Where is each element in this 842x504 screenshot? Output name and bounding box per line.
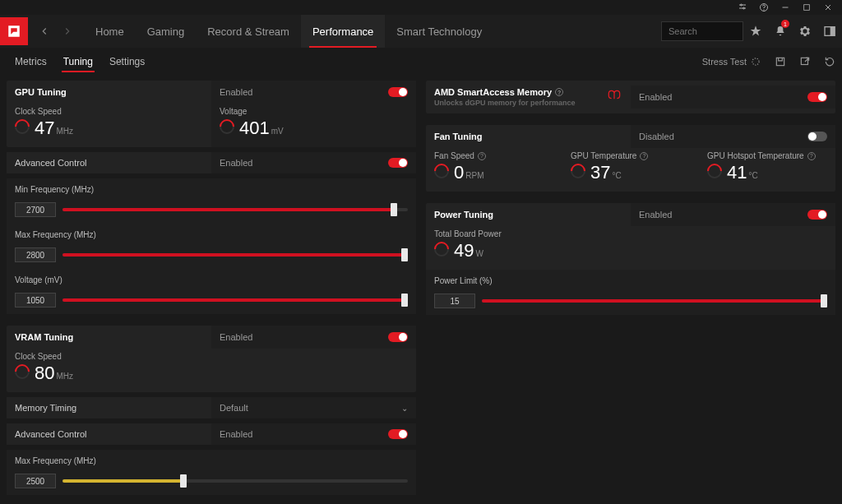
memory-timing-dropdown[interactable]: Default ⌄ <box>211 397 416 418</box>
preferences-icon[interactable] <box>737 2 748 13</box>
tbp-label: Total Board Power <box>434 229 827 238</box>
gpu-adv-control-toggle[interactable] <box>388 158 408 168</box>
tbp-unit: W <box>475 249 483 258</box>
voltage-slider[interactable] <box>62 298 408 302</box>
info-icon[interactable]: ? <box>807 152 816 160</box>
fan-speed-unit: RPM <box>465 171 483 180</box>
reset-icon[interactable] <box>824 56 835 67</box>
gauge-icon <box>431 238 451 259</box>
minimize-icon[interactable] <box>780 2 791 13</box>
fan-tuning-toggle[interactable] <box>807 132 827 141</box>
svg-rect-16 <box>801 58 807 64</box>
fan-speed-value: 0 <box>454 162 464 183</box>
vram-tuning-toggle[interactable] <box>388 332 408 342</box>
gauge-icon <box>12 116 32 136</box>
min-freq-slider[interactable] <box>62 208 408 211</box>
max-freq-label: Max Frequency (MHz) <box>15 230 408 239</box>
tab-smart-technology[interactable]: Smart Technology <box>385 15 493 48</box>
gpu-clock-unit: MHz <box>56 127 73 136</box>
gpu-adv-control-state: Enabled <box>220 158 252 168</box>
gpu-hotspot-value: 41 <box>727 162 747 183</box>
tab-record-stream[interactable]: Record & Stream <box>196 15 301 48</box>
subtab-tuning[interactable]: Tuning <box>55 48 101 76</box>
gpu-tuning-title: GPU Tuning <box>7 81 211 104</box>
vram-adv-control-label: Advanced Control <box>7 423 211 445</box>
voltage-slider-label: Voltage (mV) <box>15 275 408 284</box>
gpu-hotspot-unit: °C <box>748 171 757 180</box>
info-icon[interactable]: ? <box>640 152 648 160</box>
vram-tuning-state: Enabled <box>220 332 252 342</box>
vram-clock-label: Clock Speed <box>15 352 408 361</box>
gpu-temp-value: 37 <box>590 162 610 183</box>
export-icon[interactable] <box>799 56 811 67</box>
notifications-icon[interactable]: 1 <box>768 15 793 48</box>
nav-forward-button[interactable] <box>56 25 79 37</box>
min-freq-input[interactable] <box>15 202 56 217</box>
vram-adv-control-toggle[interactable] <box>388 429 408 439</box>
info-icon[interactable]: ? <box>478 152 486 160</box>
info-icon[interactable]: ? <box>555 88 563 96</box>
subtab-settings[interactable]: Settings <box>101 48 153 76</box>
tab-home[interactable]: Home <box>84 15 136 48</box>
power-tuning-title: Power Tuning <box>426 203 631 226</box>
brain-icon <box>606 88 622 106</box>
sam-title: AMD SmartAccess Memory <box>434 87 552 97</box>
vram-tuning-title: VRAM Tuning <box>7 326 211 349</box>
tbp-value: 49 <box>454 240 474 261</box>
power-tuning-state: Enabled <box>639 210 672 220</box>
fan-tuning-state: Disabled <box>639 132 674 141</box>
settings-icon[interactable] <box>793 15 817 48</box>
gpu-clock-value: 47 <box>35 118 54 139</box>
power-limit-slider[interactable] <box>482 299 827 303</box>
fan-speed-label: Fan Speed <box>434 151 474 160</box>
svg-rect-13 <box>830 27 835 36</box>
amd-logo <box>0 17 28 45</box>
vram-maxfreq-slider[interactable] <box>62 479 408 483</box>
svg-point-14 <box>752 58 759 65</box>
vram-adv-control-state: Enabled <box>220 429 252 439</box>
svg-rect-15 <box>776 58 784 65</box>
min-freq-label: Min Frequency (MHz) <box>15 185 408 194</box>
gauge-icon <box>216 116 237 136</box>
tab-performance[interactable]: Performance <box>301 15 385 48</box>
gpu-voltage-label: Voltage <box>220 107 408 116</box>
chevron-down-icon: ⌄ <box>401 404 408 413</box>
close-icon[interactable] <box>822 2 834 13</box>
sam-toggle[interactable] <box>807 92 827 102</box>
vram-clock-unit: MHz <box>56 372 73 381</box>
main-tabs: Home Gaming Record & Stream Performance … <box>84 15 493 48</box>
tab-gaming[interactable]: Gaming <box>136 15 197 48</box>
gpu-temp-label: GPU Temperature <box>571 151 636 160</box>
voltage-input[interactable] <box>15 293 56 307</box>
gpu-tuning-state: Enabled <box>220 87 252 97</box>
max-freq-slider[interactable] <box>62 253 408 257</box>
stress-test-button[interactable]: Stress Test <box>702 56 761 67</box>
subtab-metrics[interactable]: Metrics <box>7 48 55 76</box>
sam-state: Enabled <box>639 92 672 102</box>
gauge-icon <box>567 160 588 181</box>
help-icon[interactable] <box>758 2 770 13</box>
favorite-icon[interactable] <box>743 15 768 48</box>
gpu-adv-control-label: Advanced Control <box>7 152 211 173</box>
gpu-voltage-value: 401 <box>239 118 270 139</box>
gauge-icon <box>704 160 724 181</box>
svg-point-5 <box>764 10 765 11</box>
memory-timing-label: Memory Timing <box>7 397 211 418</box>
vram-maxfreq-label: Max Frequency (MHz) <box>15 456 408 465</box>
nav-back-button[interactable] <box>33 25 56 37</box>
gpu-clock-label: Clock Speed <box>15 107 203 116</box>
gauge-icon <box>431 160 451 181</box>
power-tuning-toggle[interactable] <box>807 210 827 220</box>
gpu-temp-unit: °C <box>612 171 621 180</box>
power-limit-input[interactable] <box>434 294 475 308</box>
max-freq-input[interactable] <box>15 247 56 262</box>
gpu-tuning-toggle[interactable] <box>388 87 408 97</box>
vram-maxfreq-input[interactable] <box>15 474 56 488</box>
save-profile-icon[interactable] <box>775 56 786 67</box>
gpu-hotspot-label: GPU Hotspot Temperature <box>707 151 804 160</box>
maximize-icon[interactable] <box>801 2 812 13</box>
dock-icon[interactable] <box>817 15 842 48</box>
fan-tuning-title: Fan Tuning <box>426 125 631 148</box>
search-box[interactable] <box>661 21 743 41</box>
power-limit-label: Power Limit (%) <box>434 276 827 285</box>
